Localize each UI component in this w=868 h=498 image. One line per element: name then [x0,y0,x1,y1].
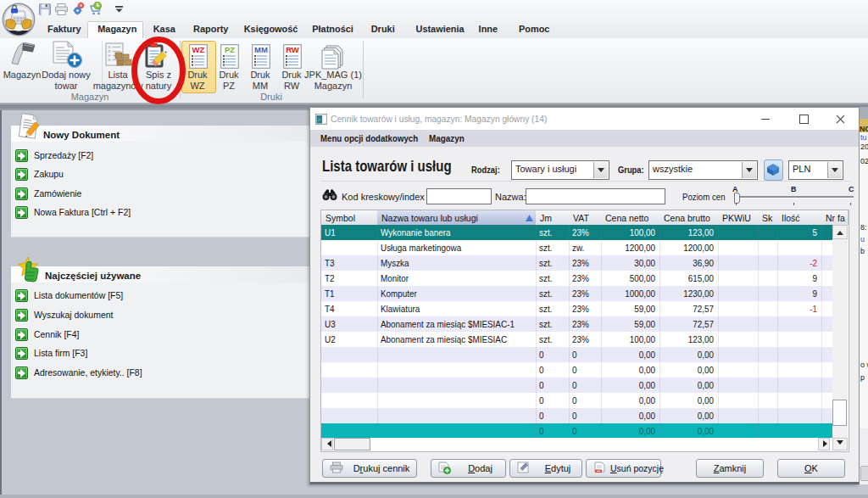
svg-text:PZ: PZ [225,45,235,54]
svg-text:RW: RW [286,45,299,54]
svg-text:MM: MM [254,45,268,54]
svg-text:WZ: WZ [192,45,205,54]
